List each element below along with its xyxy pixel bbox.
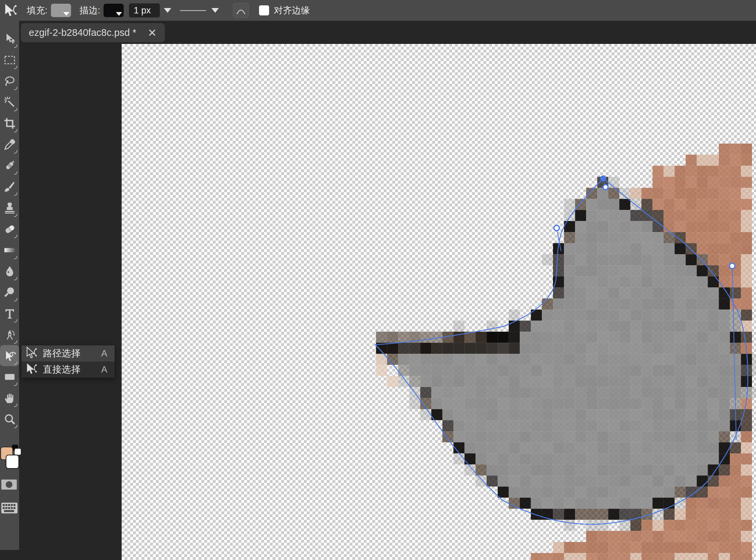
virtual-keyboard-button[interactable] <box>1 502 18 515</box>
fill-color-swatch[interactable] <box>51 4 71 17</box>
tool-spot-heal[interactable] <box>0 155 19 176</box>
tool-zoom[interactable] <box>0 408 19 429</box>
flyout-corner-icon <box>14 44 17 48</box>
move-icon <box>3 33 16 45</box>
quick-mask-icon <box>6 481 13 488</box>
document-tab[interactable]: ezgif-2-b2840fac8c.psd * ✕ <box>21 23 165 42</box>
pixel-canvas[interactable] <box>122 44 756 560</box>
flyout-corner-icon <box>14 340 17 344</box>
eyedropper-icon <box>3 138 16 151</box>
options-bar: 填充: 描边: 1 px 对齐边缘 <box>0 0 756 21</box>
tool-rect-select[interactable] <box>0 49 19 71</box>
menu-item-label: 路径选择 <box>43 347 101 360</box>
tool-blur[interactable] <box>0 261 19 282</box>
flyout-corner-icon <box>14 234 17 238</box>
tool-move[interactable] <box>0 28 19 49</box>
stroke-label: 描边: <box>80 4 101 16</box>
eraser-icon <box>3 223 16 235</box>
flyout-corner-icon <box>14 213 17 217</box>
tool-eraser[interactable] <box>0 218 19 239</box>
flyout-corner-icon <box>14 361 17 365</box>
zoom-icon <box>3 413 16 425</box>
brush-icon <box>3 180 16 193</box>
path-select-icon <box>25 346 39 361</box>
flyout-corner-icon <box>14 382 17 386</box>
fill-label: 填充: <box>27 4 47 16</box>
swatch-dropdown-icon <box>116 12 122 16</box>
tool-hand[interactable] <box>0 387 19 408</box>
document-title: ezgif-2-b2840fac8c.psd * <box>29 27 136 38</box>
flyout-corner-icon <box>14 298 17 301</box>
flyout-corner-icon <box>14 256 17 259</box>
menu-item-direct-select[interactable]: 直接选择 A <box>21 361 114 378</box>
path-select-icon <box>3 349 16 362</box>
lasso-icon <box>3 75 16 87</box>
rect-shape-icon <box>3 371 16 383</box>
flyout-corner-icon <box>14 150 17 154</box>
close-tab-icon[interactable]: ✕ <box>148 27 157 38</box>
rect-select-icon <box>3 54 16 66</box>
arc-icon <box>235 5 247 16</box>
flyout-corner-icon <box>14 403 17 407</box>
path-select-icon <box>3 3 18 18</box>
tab-bar: ezgif-2-b2840fac8c.psd * ✕ <box>19 21 756 44</box>
blur-icon <box>3 265 16 278</box>
gradient-icon <box>3 244 16 257</box>
photo-editor-app: 填充: 描边: 1 px 对齐边缘 ezgif-2-b2840fac8c.psd… <box>0 0 756 560</box>
stroke-width-input[interactable]: 1 px <box>129 3 160 17</box>
flyout-corner-icon <box>14 86 17 90</box>
tool-sidebar <box>0 21 19 560</box>
document-canvas[interactable] <box>122 44 756 560</box>
flyout-corner-icon <box>14 277 17 280</box>
color-swatches <box>0 444 19 473</box>
type-icon <box>3 307 16 320</box>
menu-item-shortcut: A <box>101 348 107 359</box>
arc-options-button[interactable] <box>233 3 249 18</box>
tool-type[interactable] <box>0 303 19 324</box>
menu-item-shortcut: A <box>101 364 107 375</box>
flyout-corner-icon <box>14 108 17 111</box>
tool-dodge[interactable] <box>0 282 19 303</box>
tool-rect-shape[interactable] <box>0 366 19 387</box>
toolbar-footer <box>0 550 19 560</box>
spot-heal-icon <box>3 159 16 172</box>
pen-icon <box>3 328 16 341</box>
menu-item-path-select[interactable]: 路径选择 A <box>21 345 114 361</box>
tool-magic-wand[interactable] <box>0 92 19 113</box>
stroke-color-swatch[interactable] <box>104 4 124 17</box>
background-color-swatch[interactable] <box>6 455 19 469</box>
swatch-dropdown-icon <box>63 12 69 16</box>
tool-path-select[interactable] <box>0 345 19 366</box>
quick-mask-button[interactable] <box>1 480 17 489</box>
default-background-swatch[interactable] <box>15 449 21 455</box>
flyout-corner-icon <box>14 424 17 428</box>
tool-lasso[interactable] <box>0 71 19 92</box>
clone-stamp-icon <box>3 202 16 214</box>
direct-select-icon <box>25 362 39 377</box>
line-style-dropdown-icon[interactable] <box>211 8 219 13</box>
line-style-line <box>180 10 206 11</box>
magic-wand-icon <box>3 96 16 109</box>
align-edges-label: 对齐边缘 <box>274 4 310 16</box>
flyout-corner-icon <box>14 129 17 133</box>
flyout-corner-icon <box>14 171 17 175</box>
tool-brush[interactable] <box>0 176 19 197</box>
dodge-icon <box>3 286 16 299</box>
crop-icon <box>3 117 16 130</box>
tool-crop[interactable] <box>0 113 19 134</box>
menu-item-label: 直接选择 <box>43 363 101 376</box>
align-edges-checkbox[interactable] <box>259 5 269 16</box>
tool-eyedropper[interactable] <box>0 134 19 155</box>
tool-gradient[interactable] <box>0 239 19 261</box>
flyout-corner-icon <box>14 65 17 69</box>
flyout-corner-icon <box>14 192 17 196</box>
tool-clone-stamp[interactable] <box>0 197 19 218</box>
flyout-corner-icon <box>14 319 17 323</box>
hand-icon <box>3 392 16 404</box>
stroke-width-dropdown-icon[interactable] <box>164 8 171 13</box>
keyboard-icon <box>1 502 18 514</box>
path-tools-flyout-menu: 路径选择 A 直接选择 A <box>21 345 114 378</box>
tool-pen[interactable] <box>0 324 19 345</box>
line-style-preview[interactable] <box>178 3 207 17</box>
